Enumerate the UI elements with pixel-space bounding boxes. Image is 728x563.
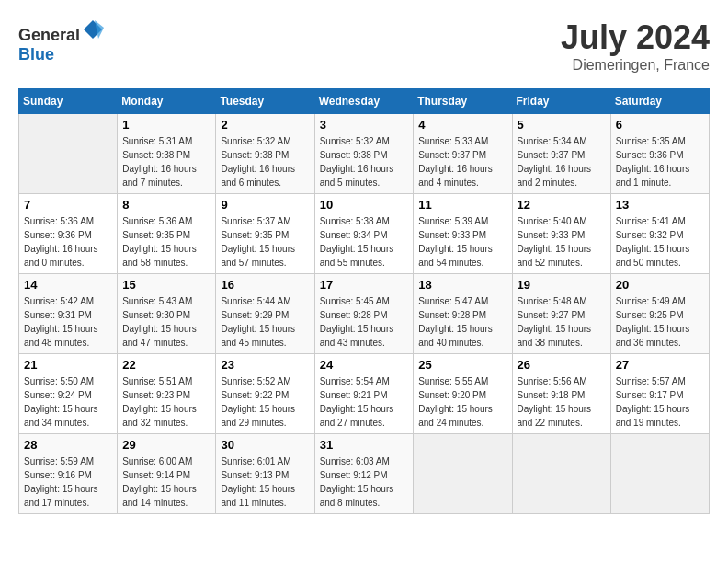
day-number: 30 xyxy=(221,438,309,452)
calendar-day-cell: 5Sunrise: 5:34 AMSunset: 9:37 PMDaylight… xyxy=(512,114,610,194)
day-info: Sunrise: 5:41 AMSunset: 9:32 PMDaylight:… xyxy=(616,214,704,270)
day-of-week-header: Monday xyxy=(118,89,216,114)
day-info: Sunrise: 5:33 AMSunset: 9:37 PMDaylight:… xyxy=(418,134,506,190)
day-info: Sunrise: 5:45 AMSunset: 9:28 PMDaylight:… xyxy=(320,294,409,350)
calendar-day-cell: 2Sunrise: 5:32 AMSunset: 9:38 PMDaylight… xyxy=(216,114,314,194)
day-of-week-header: Saturday xyxy=(610,89,709,114)
calendar-day-cell: 25Sunrise: 5:55 AMSunset: 9:20 PMDayligh… xyxy=(414,354,512,434)
day-of-week-header: Tuesday xyxy=(216,89,314,114)
day-number: 9 xyxy=(221,198,309,212)
day-number: 19 xyxy=(518,278,606,292)
day-number: 5 xyxy=(518,118,606,132)
day-info: Sunrise: 5:32 AMSunset: 9:38 PMDaylight:… xyxy=(320,134,409,190)
title-block: July 2024 Diemeringen, France xyxy=(561,18,710,74)
day-number: 7 xyxy=(24,198,112,212)
day-info: Sunrise: 5:39 AMSunset: 9:33 PMDaylight:… xyxy=(418,214,506,270)
day-info: Sunrise: 5:37 AMSunset: 9:35 PMDaylight:… xyxy=(221,214,309,270)
day-info: Sunrise: 5:36 AMSunset: 9:35 PMDaylight:… xyxy=(122,214,210,270)
day-info: Sunrise: 5:51 AMSunset: 9:23 PMDaylight:… xyxy=(122,374,210,430)
calendar-day-cell: 23Sunrise: 5:52 AMSunset: 9:22 PMDayligh… xyxy=(216,354,314,434)
day-info: Sunrise: 5:49 AMSunset: 9:25 PMDaylight:… xyxy=(616,294,704,350)
calendar-day-cell: 26Sunrise: 5:56 AMSunset: 9:18 PMDayligh… xyxy=(512,354,610,434)
calendar-week-row: 21Sunrise: 5:50 AMSunset: 9:24 PMDayligh… xyxy=(19,354,710,434)
day-info: Sunrise: 5:32 AMSunset: 9:38 PMDaylight:… xyxy=(221,134,309,190)
location-subtitle: Diemeringen, France xyxy=(561,57,710,74)
day-info: Sunrise: 5:38 AMSunset: 9:34 PMDaylight:… xyxy=(320,214,409,270)
day-info: Sunrise: 5:47 AMSunset: 9:28 PMDaylight:… xyxy=(418,294,506,350)
calendar-day-cell: 15Sunrise: 5:43 AMSunset: 9:30 PMDayligh… xyxy=(118,274,216,354)
calendar-day-cell: 8Sunrise: 5:36 AMSunset: 9:35 PMDaylight… xyxy=(118,194,216,274)
day-info: Sunrise: 5:57 AMSunset: 9:17 PMDaylight:… xyxy=(616,374,704,430)
day-number: 11 xyxy=(418,198,506,212)
calendar-day-cell: 3Sunrise: 5:32 AMSunset: 9:38 PMDaylight… xyxy=(314,114,414,194)
logo-icon xyxy=(82,18,104,40)
day-info: Sunrise: 5:54 AMSunset: 9:21 PMDaylight:… xyxy=(320,374,409,430)
day-info: Sunrise: 5:34 AMSunset: 9:37 PMDaylight:… xyxy=(518,134,606,190)
day-number: 17 xyxy=(320,278,409,292)
day-number: 28 xyxy=(24,438,112,452)
calendar-day-cell: 22Sunrise: 5:51 AMSunset: 9:23 PMDayligh… xyxy=(118,354,216,434)
calendar-day-cell xyxy=(610,434,709,514)
calendar-day-cell: 31Sunrise: 6:03 AMSunset: 9:12 PMDayligh… xyxy=(314,434,414,514)
day-info: Sunrise: 6:03 AMSunset: 9:12 PMDaylight:… xyxy=(320,454,409,510)
calendar-day-cell: 28Sunrise: 5:59 AMSunset: 9:16 PMDayligh… xyxy=(19,434,118,514)
day-of-week-header: Wednesday xyxy=(314,89,414,114)
calendar-day-cell: 1Sunrise: 5:31 AMSunset: 9:38 PMDaylight… xyxy=(118,114,216,194)
calendar-day-cell xyxy=(414,434,512,514)
month-year-title: July 2024 xyxy=(561,18,710,57)
logo-block: General Blue xyxy=(18,18,104,64)
day-number: 27 xyxy=(616,358,704,372)
calendar-day-cell: 14Sunrise: 5:42 AMSunset: 9:31 PMDayligh… xyxy=(19,274,118,354)
day-info: Sunrise: 5:31 AMSunset: 9:38 PMDaylight:… xyxy=(122,134,210,190)
day-number: 10 xyxy=(320,198,409,212)
calendar-day-cell: 13Sunrise: 5:41 AMSunset: 9:32 PMDayligh… xyxy=(610,194,709,274)
day-number: 25 xyxy=(418,358,506,372)
day-info: Sunrise: 5:59 AMSunset: 9:16 PMDaylight:… xyxy=(24,454,112,510)
logo: General Blue xyxy=(18,18,104,64)
day-number: 16 xyxy=(221,278,309,292)
day-info: Sunrise: 5:36 AMSunset: 9:36 PMDaylight:… xyxy=(24,214,112,270)
day-of-week-header: Friday xyxy=(512,89,610,114)
day-number: 18 xyxy=(418,278,506,292)
calendar-day-cell: 16Sunrise: 5:44 AMSunset: 9:29 PMDayligh… xyxy=(216,274,314,354)
day-info: Sunrise: 5:50 AMSunset: 9:24 PMDaylight:… xyxy=(24,374,112,430)
day-info: Sunrise: 6:00 AMSunset: 9:14 PMDaylight:… xyxy=(122,454,210,510)
calendar-day-cell: 21Sunrise: 5:50 AMSunset: 9:24 PMDayligh… xyxy=(19,354,118,434)
day-info: Sunrise: 5:56 AMSunset: 9:18 PMDaylight:… xyxy=(518,374,606,430)
day-info: Sunrise: 6:01 AMSunset: 9:13 PMDaylight:… xyxy=(221,454,309,510)
calendar-day-cell: 19Sunrise: 5:48 AMSunset: 9:27 PMDayligh… xyxy=(512,274,610,354)
day-info: Sunrise: 5:43 AMSunset: 9:30 PMDaylight:… xyxy=(122,294,210,350)
calendar-week-row: 1Sunrise: 5:31 AMSunset: 9:38 PMDaylight… xyxy=(19,114,710,194)
day-number: 1 xyxy=(122,118,210,132)
calendar-day-cell: 29Sunrise: 6:00 AMSunset: 9:14 PMDayligh… xyxy=(118,434,216,514)
day-number: 22 xyxy=(122,358,210,372)
calendar-week-row: 14Sunrise: 5:42 AMSunset: 9:31 PMDayligh… xyxy=(19,274,710,354)
calendar-day-cell: 10Sunrise: 5:38 AMSunset: 9:34 PMDayligh… xyxy=(314,194,414,274)
day-number: 24 xyxy=(320,358,409,372)
day-number: 8 xyxy=(122,198,210,212)
day-number: 20 xyxy=(616,278,704,292)
calendar-day-cell: 11Sunrise: 5:39 AMSunset: 9:33 PMDayligh… xyxy=(414,194,512,274)
day-number: 31 xyxy=(320,438,409,452)
calendar-week-row: 28Sunrise: 5:59 AMSunset: 9:16 PMDayligh… xyxy=(19,434,710,514)
day-number: 14 xyxy=(24,278,112,292)
day-number: 29 xyxy=(122,438,210,452)
calendar-day-cell: 30Sunrise: 6:01 AMSunset: 9:13 PMDayligh… xyxy=(216,434,314,514)
day-info: Sunrise: 5:44 AMSunset: 9:29 PMDaylight:… xyxy=(221,294,309,350)
calendar-day-cell: 17Sunrise: 5:45 AMSunset: 9:28 PMDayligh… xyxy=(314,274,414,354)
day-info: Sunrise: 5:48 AMSunset: 9:27 PMDaylight:… xyxy=(518,294,606,350)
day-number: 4 xyxy=(418,118,506,132)
day-number: 15 xyxy=(122,278,210,292)
day-number: 12 xyxy=(518,198,606,212)
calendar-day-cell: 4Sunrise: 5:33 AMSunset: 9:37 PMDaylight… xyxy=(414,114,512,194)
day-info: Sunrise: 5:35 AMSunset: 9:36 PMDaylight:… xyxy=(616,134,704,190)
calendar-day-cell: 7Sunrise: 5:36 AMSunset: 9:36 PMDaylight… xyxy=(19,194,118,274)
day-of-week-header: Thursday xyxy=(414,89,512,114)
calendar-day-cell xyxy=(512,434,610,514)
calendar-day-cell: 20Sunrise: 5:49 AMSunset: 9:25 PMDayligh… xyxy=(610,274,709,354)
day-number: 23 xyxy=(221,358,309,372)
calendar-day-cell: 6Sunrise: 5:35 AMSunset: 9:36 PMDaylight… xyxy=(610,114,709,194)
day-header-row: SundayMondayTuesdayWednesdayThursdayFrid… xyxy=(19,89,710,114)
calendar-day-cell: 18Sunrise: 5:47 AMSunset: 9:28 PMDayligh… xyxy=(414,274,512,354)
calendar-day-cell: 24Sunrise: 5:54 AMSunset: 9:21 PMDayligh… xyxy=(314,354,414,434)
